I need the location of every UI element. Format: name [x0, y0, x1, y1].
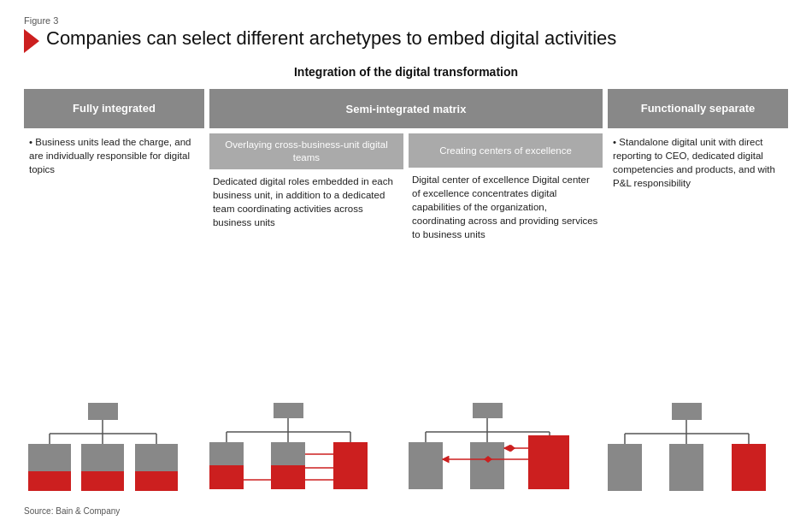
- svg-rect-46: [608, 444, 642, 491]
- col-semi-integrated: Semi-integrated matrix Overlaying cross-…: [209, 89, 603, 499]
- svg-rect-35: [528, 435, 569, 489]
- fully-integrated-text: Business units lead the charge, and are …: [29, 135, 199, 176]
- overlaying-svg: [209, 401, 372, 495]
- fully-integrated-body: Business units lead the charge, and are …: [24, 128, 204, 394]
- functionally-separate-diagram: [608, 401, 788, 499]
- svg-rect-34: [470, 442, 504, 489]
- centers-diagram: [409, 401, 603, 499]
- section-title: Integration of the digital transformatio…: [24, 65, 788, 79]
- overlaying-body: Dedicated digital roles embedded in each…: [209, 169, 403, 394]
- centers-body-label: Digital center of excellence: [412, 174, 529, 185]
- centers-body: Digital center of excellence Digital cen…: [409, 168, 603, 394]
- svg-marker-38: [507, 445, 515, 452]
- overlaying-header: Overlaying cross-business-unit digital t…: [209, 133, 403, 169]
- source-line: Source: Bain & Company: [24, 506, 788, 516]
- sub-col-centers: Creating centers of excellence Digital c…: [409, 133, 603, 499]
- centers-svg: [409, 401, 571, 495]
- centers-header: Creating centers of excellence: [409, 133, 603, 168]
- fully-integrated-svg: [24, 401, 182, 495]
- svg-rect-22: [271, 465, 305, 489]
- svg-rect-48: [732, 444, 766, 491]
- semi-sub-columns: Overlaying cross-business-unit digital t…: [209, 133, 603, 499]
- title-row: Companies can select different archetype…: [24, 27, 788, 53]
- col-fully-integrated: Fully integrated Business units lead the…: [24, 89, 204, 499]
- main-title: Companies can select different archetype…: [46, 27, 616, 50]
- svg-rect-40: [672, 403, 702, 420]
- svg-rect-12: [135, 471, 178, 491]
- col-functionally-separate: Functionally separate Standalone digital…: [608, 89, 788, 499]
- functionally-separate-text: Standalone digital unit with direct repo…: [613, 135, 783, 190]
- fully-integrated-diagram: [24, 401, 204, 499]
- semi-integrated-header: Semi-integrated matrix: [209, 89, 603, 128]
- functionally-separate-body: Standalone digital unit with direct repo…: [608, 128, 788, 394]
- functionally-separate-header: Functionally separate: [608, 89, 788, 128]
- svg-rect-23: [333, 442, 368, 489]
- fully-integrated-header: Fully integrated: [24, 89, 204, 128]
- svg-rect-1: [88, 403, 118, 420]
- functionally-separate-svg: [608, 401, 766, 495]
- svg-rect-47: [669, 444, 703, 491]
- overlaying-diagram: [209, 401, 403, 499]
- svg-rect-20: [209, 465, 244, 489]
- svg-rect-10: [81, 471, 124, 491]
- svg-rect-13: [274, 403, 303, 418]
- title-icon: [24, 29, 39, 53]
- page: Figure 3 Companies can select different …: [0, 0, 812, 526]
- figure-label: Figure 3: [24, 15, 788, 26]
- svg-rect-27: [473, 403, 503, 418]
- svg-rect-33: [409, 442, 443, 489]
- svg-marker-0: [24, 29, 39, 53]
- sub-col-overlaying: Overlaying cross-business-unit digital t…: [209, 133, 403, 499]
- svg-rect-8: [28, 471, 71, 491]
